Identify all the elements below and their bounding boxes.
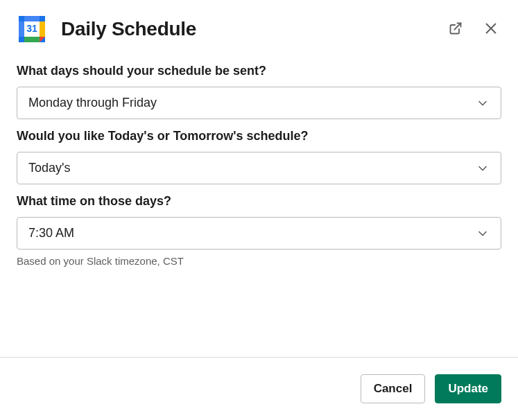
days-select-value: Monday through Friday <box>28 96 157 110</box>
update-button[interactable]: Update <box>435 374 501 403</box>
chevron-down-icon <box>476 96 490 110</box>
external-link-button[interactable] <box>446 19 465 40</box>
external-link-icon <box>449 21 463 37</box>
svg-text:31: 31 <box>26 23 37 34</box>
field-time: What time on those days? 7:30 AM Based o… <box>17 194 501 267</box>
time-select[interactable]: 7:30 AM <box>17 217 501 250</box>
field-days: What days should your schedule be sent? … <box>17 64 501 119</box>
which-select-value: Today's <box>28 161 70 175</box>
close-icon <box>483 21 499 38</box>
modal-header: 31 Daily Schedule <box>0 0 518 55</box>
field-which: Would you like Today's or Tomorrow's sch… <box>17 129 501 184</box>
modal-body: What days should your schedule be sent? … <box>0 55 518 357</box>
svg-rect-3 <box>40 21 45 37</box>
chevron-down-icon <box>476 227 490 240</box>
chevron-down-icon <box>476 161 490 175</box>
days-select[interactable]: Monday through Friday <box>17 87 501 119</box>
modal-footer: Cancel Update <box>0 357 518 420</box>
svg-rect-7 <box>24 16 40 21</box>
google-calendar-icon: 31 <box>17 14 47 44</box>
time-select-value: 7:30 AM <box>28 226 74 240</box>
cancel-button[interactable]: Cancel <box>361 374 426 403</box>
modal-title: Daily Schedule <box>61 18 446 40</box>
field-time-label: What time on those days? <box>17 194 501 209</box>
svg-rect-6 <box>19 21 24 37</box>
svg-line-9 <box>454 23 460 29</box>
which-select[interactable]: Today's <box>17 152 501 184</box>
close-button[interactable] <box>481 18 501 41</box>
field-days-label: What days should your schedule be sent? <box>17 64 501 78</box>
svg-rect-4 <box>24 37 40 42</box>
timezone-helper-text: Based on your Slack timezone, CST <box>17 255 501 267</box>
header-actions <box>446 18 501 41</box>
field-which-label: Would you like Today's or Tomorrow's sch… <box>17 129 501 143</box>
